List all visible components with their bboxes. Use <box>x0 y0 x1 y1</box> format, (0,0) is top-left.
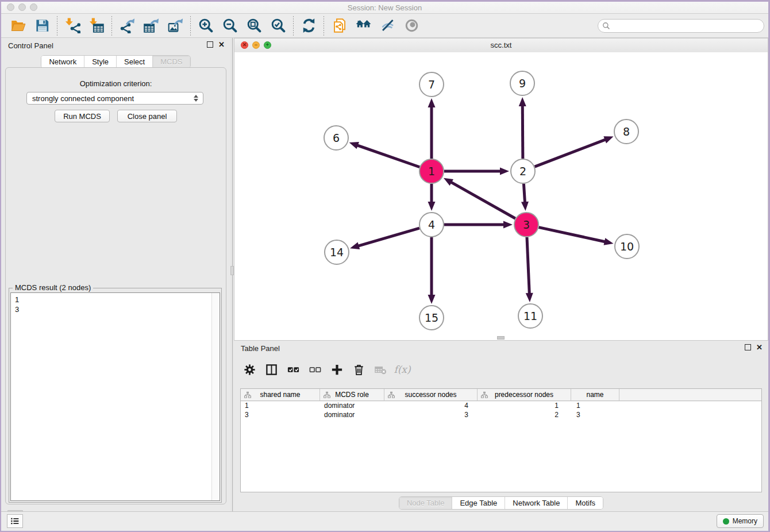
function-builder-button[interactable]: f(x) <box>391 360 413 379</box>
import-table-from-file-button[interactable] <box>84 16 109 36</box>
mcds-result-text[interactable]: 13 <box>11 293 212 500</box>
tab-style[interactable]: Style <box>84 56 116 68</box>
table-cell[interactable]: 3 <box>571 411 619 419</box>
graph-node-6[interactable]: 6 <box>324 126 348 150</box>
edge-2-8[interactable] <box>535 136 614 167</box>
table-cell[interactable]: dominator <box>320 402 384 410</box>
unselect-all-columns-icon <box>309 363 322 376</box>
graph-node-1[interactable]: 1 <box>419 159 444 183</box>
edge-1-7[interactable] <box>428 98 436 159</box>
graph-node-8[interactable]: 8 <box>614 119 638 144</box>
close-panel-button[interactable]: Close panel <box>117 110 177 122</box>
close-panel-icon[interactable]: ✕ <box>218 41 225 48</box>
table-cell[interactable]: 3 <box>241 411 320 419</box>
graph-node-7[interactable]: 7 <box>419 72 444 97</box>
export-table-button[interactable] <box>139 16 163 36</box>
node-label: 7 <box>428 78 435 91</box>
edge-2-3[interactable] <box>521 184 529 211</box>
result-scrollbar[interactable] <box>211 293 220 500</box>
table-tab-network-table[interactable]: Network Table <box>505 497 567 509</box>
column-header-name[interactable]: name <box>571 389 619 400</box>
tab-network[interactable]: Network <box>41 56 84 68</box>
show-hide-annotations-icon <box>404 18 419 33</box>
edge-2-9[interactable] <box>519 97 526 159</box>
graph-node-3[interactable]: 3 <box>514 213 538 237</box>
tab-mcds[interactable]: MCDS <box>152 56 190 68</box>
float-panel-icon[interactable] <box>207 41 213 48</box>
graph-node-2[interactable]: 2 <box>511 159 535 183</box>
delete-columns-button[interactable] <box>348 360 369 379</box>
table-cell[interactable]: 1 <box>571 402 619 410</box>
table-options-button[interactable] <box>238 360 260 379</box>
graph-node-11[interactable]: 11 <box>518 304 542 328</box>
unselect-all-columns-button[interactable] <box>304 360 326 379</box>
table-cell[interactable]: dominator <box>320 411 384 419</box>
close-table-panel-icon[interactable]: ✕ <box>756 344 763 350</box>
graph-node-14[interactable]: 14 <box>325 240 349 264</box>
graph-node-4[interactable]: 4 <box>419 213 444 237</box>
table-cell[interactable]: 1 <box>241 402 320 410</box>
zoom-selected-button[interactable] <box>266 16 290 36</box>
column-header-shared-name[interactable]: shared name <box>241 389 320 400</box>
run-mcds-button[interactable]: Run MCDS <box>55 110 110 122</box>
column-type-icon <box>244 391 251 398</box>
graph-node-9[interactable]: 9 <box>510 71 534 95</box>
first-neighbors-icon <box>356 18 371 33</box>
save-session-button[interactable] <box>30 16 54 36</box>
table-cell[interactable]: 1 <box>478 402 571 410</box>
delete-table-button[interactable] <box>369 360 391 379</box>
import-network-from-file-button[interactable] <box>60 16 84 36</box>
zoom-in-button[interactable] <box>194 16 218 36</box>
toolbar-separator <box>190 16 191 36</box>
edge-4-15[interactable] <box>428 237 436 304</box>
table-cell[interactable]: 3 <box>384 411 478 419</box>
table-cell[interactable]: 4 <box>384 402 478 410</box>
task-history-button[interactable] <box>7 514 23 528</box>
show-hide-graphics-details-button[interactable] <box>375 16 399 36</box>
refresh-view-button[interactable] <box>297 16 321 36</box>
create-column-button[interactable] <box>326 360 348 379</box>
criterion-dropdown[interactable]: strongly connected component <box>26 92 203 105</box>
select-all-columns-button[interactable] <box>282 360 304 379</box>
graph-node-10[interactable]: 10 <box>615 234 639 259</box>
column-header-predecessor-nodes[interactable]: predecessor nodes <box>478 389 571 400</box>
open-file-button[interactable] <box>6 16 30 36</box>
edge-4-14[interactable] <box>350 228 419 249</box>
table-tab-node-table[interactable]: Node Table <box>399 497 452 509</box>
show-hide-annotations-button[interactable] <box>399 16 424 36</box>
edge-1-4[interactable] <box>428 184 436 211</box>
table-panel: Table Panel ✕ f(x) shared nameMCDS roles… <box>234 341 768 512</box>
mcds-result-title: MCDS result (2 nodes) <box>13 283 93 292</box>
first-neighbors-button[interactable] <box>351 16 375 36</box>
column-header-MCDS-role[interactable]: MCDS role <box>320 389 384 400</box>
table-tab-motifs[interactable]: Motifs <box>567 497 603 509</box>
edge-1-6[interactable] <box>349 142 420 167</box>
export-image-button[interactable] <box>163 16 187 36</box>
edge-3-11[interactable] <box>526 237 533 302</box>
show-columns-icon <box>265 363 278 376</box>
float-table-panel-icon[interactable] <box>745 344 751 350</box>
export-network-button[interactable] <box>115 16 139 36</box>
search-input[interactable] <box>598 19 764 33</box>
clone-network-button[interactable] <box>327 16 351 36</box>
table-row[interactable]: 1dominator411 <box>241 401 761 410</box>
tab-select[interactable]: Select <box>116 56 152 68</box>
network-canvas[interactable]: 1234678910111415 <box>234 52 768 340</box>
column-header-label: name <box>586 391 603 399</box>
zoom-out-button[interactable] <box>218 16 242 36</box>
edge-4-3[interactable] <box>444 221 513 229</box>
table-cell[interactable]: 2 <box>478 411 571 419</box>
show-columns-button[interactable] <box>260 360 282 379</box>
memory-status-dot <box>723 518 729 525</box>
memory-button[interactable]: Memory <box>717 514 764 528</box>
graph-node-15[interactable]: 15 <box>419 306 444 330</box>
edge-3-10[interactable] <box>538 228 613 245</box>
canvas-scrollbar-thumb[interactable] <box>497 336 505 340</box>
table-tab-edge-table[interactable]: Edge Table <box>452 497 505 509</box>
edge-1-2[interactable] <box>444 168 509 175</box>
column-header-successor-nodes[interactable]: successor nodes <box>384 389 478 400</box>
node-label: 2 <box>519 165 526 178</box>
table-row[interactable]: 3dominator323 <box>241 410 761 419</box>
zoom-fit-button[interactable] <box>242 16 266 36</box>
edge-3-1[interactable] <box>444 178 515 218</box>
